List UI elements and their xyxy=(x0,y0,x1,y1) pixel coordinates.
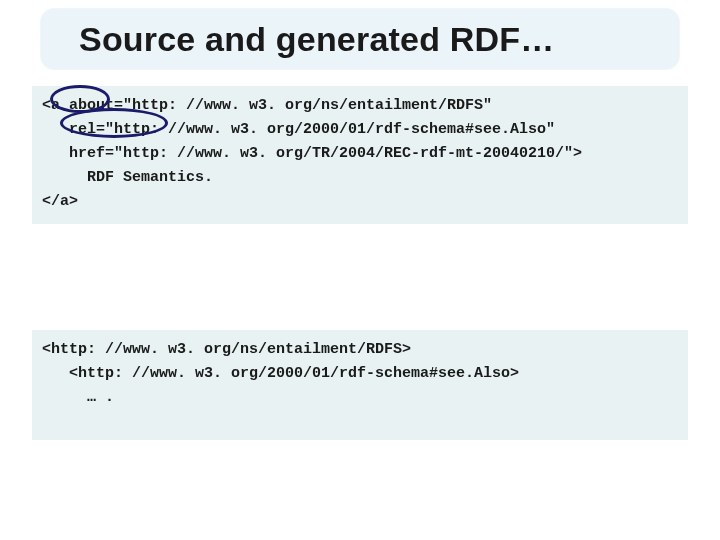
slide-title: Source and generated RDF… xyxy=(79,20,554,59)
title-box: Source and generated RDF… xyxy=(40,8,680,70)
slide: Source and generated RDF… <a about="http… xyxy=(0,0,720,540)
source-code-block: <a about="http: //www. w3. org/ns/entail… xyxy=(32,86,688,224)
generated-code-block: <http: //www. w3. org/ns/entailment/RDFS… xyxy=(32,330,688,440)
